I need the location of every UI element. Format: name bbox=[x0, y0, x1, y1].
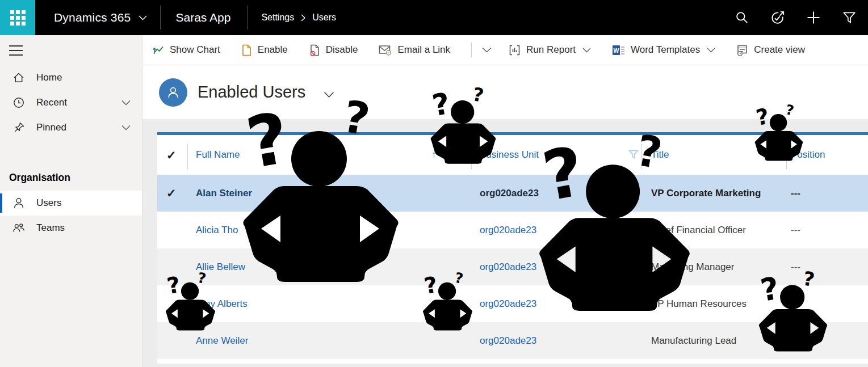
waffle-icon bbox=[10, 10, 26, 26]
view-header: Enabled Users bbox=[142, 65, 868, 119]
chevron-down-icon bbox=[139, 15, 147, 20]
cell-position: --- bbox=[786, 285, 868, 322]
chevron-down-icon[interactable] bbox=[121, 125, 131, 130]
people-icon bbox=[12, 222, 25, 234]
sort-ascending-icon: ↑ bbox=[431, 149, 437, 161]
disable-button[interactable]: Disable bbox=[309, 44, 358, 56]
select-all-checkbox[interactable]: ✓ bbox=[157, 135, 187, 175]
chevron-down-icon bbox=[482, 47, 492, 53]
chevron-down-icon[interactable] bbox=[121, 100, 131, 106]
sidebar-item-recent[interactable]: Recent bbox=[0, 90, 142, 115]
sidebar-item-users[interactable]: Users bbox=[0, 191, 142, 216]
topbar-divider bbox=[160, 6, 161, 29]
command-bar-divider bbox=[471, 43, 472, 57]
cell-full-name[interactable]: Alan Steiner bbox=[187, 175, 471, 212]
svg-text:W: W bbox=[614, 47, 619, 53]
sidebar-item-teams[interactable]: Teams bbox=[0, 216, 142, 241]
quick-launch-icon[interactable] bbox=[770, 10, 785, 26]
button-label: Email a Link bbox=[397, 44, 450, 56]
word-templates-button[interactable]: W Word Templates bbox=[612, 44, 715, 56]
check-icon: ✓ bbox=[166, 149, 177, 161]
cell-business-unit[interactable]: org020ade23 bbox=[471, 248, 641, 285]
sidebar-item-label: Users bbox=[36, 197, 61, 209]
cell-title: Manufacturing Lead bbox=[641, 322, 786, 359]
table-row[interactable]: Allie Bellew org020ade23 Marketing Manag… bbox=[157, 248, 868, 285]
row-checkbox[interactable]: ✓ bbox=[157, 175, 187, 212]
site-map-sidebar: Home Recent Pinned Organisation Users Te… bbox=[0, 35, 142, 367]
create-view-icon bbox=[736, 44, 748, 56]
report-icon bbox=[509, 44, 521, 56]
cell-title: VP Corporate Marketing bbox=[641, 175, 786, 212]
table-row[interactable]: Amy Alberts org020ade23 VP Human Resourc… bbox=[157, 285, 868, 322]
button-label: Word Templates bbox=[631, 44, 700, 56]
enable-button[interactable]: Enable bbox=[241, 44, 288, 56]
cell-title: VP Human Resources bbox=[641, 285, 786, 322]
table-row[interactable]: Alicia Tho org020ade23 Chief Financial O… bbox=[157, 212, 868, 248]
sidebar-item-pinned[interactable]: Pinned bbox=[0, 115, 142, 140]
sidebar-item-label: Pinned bbox=[36, 122, 66, 133]
column-filter-icon[interactable] bbox=[628, 150, 639, 159]
command-bar: Show Chart Enable Disable Email a Link R… bbox=[142, 35, 868, 65]
person-icon bbox=[166, 85, 181, 100]
disable-document-icon bbox=[309, 44, 320, 56]
plus-icon[interactable] bbox=[806, 10, 821, 26]
topbar-actions bbox=[735, 10, 868, 26]
table-row[interactable]: ✓ Alan Steiner org020ade23 VP Corporate … bbox=[157, 175, 868, 212]
email-a-link-button[interactable]: Email a Link bbox=[379, 44, 450, 56]
cell-business-unit[interactable]: org020ade23 bbox=[471, 212, 641, 248]
run-report-button[interactable]: Run Report bbox=[509, 44, 591, 56]
column-header-position[interactable]: Position bbox=[786, 135, 868, 175]
column-header-full-name[interactable]: Full Name bbox=[187, 135, 471, 175]
chevron-down-icon[interactable] bbox=[324, 91, 334, 98]
word-icon: W bbox=[612, 44, 625, 56]
grid-header-row: ✓ Full Name Business Unit Title Position… bbox=[157, 135, 868, 175]
row-checkbox[interactable] bbox=[157, 212, 187, 248]
create-view-button[interactable]: Create view bbox=[736, 44, 805, 56]
hamburger-menu-button[interactable] bbox=[9, 45, 23, 56]
cell-business-unit[interactable]: org020ade23 bbox=[471, 175, 641, 212]
view-selector-title[interactable]: Enabled Users bbox=[198, 83, 305, 102]
app-launcher-button[interactable] bbox=[0, 0, 35, 35]
cell-position: --- bbox=[786, 175, 868, 212]
column-header-business-unit[interactable]: Business Unit bbox=[471, 135, 641, 175]
cell-full-name[interactable]: Anne Weiler bbox=[187, 322, 471, 359]
cell-position: --- bbox=[786, 322, 868, 359]
button-label: Disable bbox=[326, 44, 358, 56]
chart-icon bbox=[152, 44, 164, 56]
cell-business-unit[interactable]: org020ade23 bbox=[471, 285, 641, 322]
cell-full-name[interactable]: Amy Alberts bbox=[187, 285, 471, 322]
check-icon: ✓ bbox=[166, 187, 177, 199]
person-icon bbox=[12, 197, 25, 209]
cell-business-unit[interactable]: org020ade23 bbox=[471, 322, 641, 359]
filter-icon[interactable] bbox=[842, 10, 857, 25]
chevron-right-icon bbox=[301, 14, 305, 22]
button-label: Create view bbox=[754, 44, 805, 56]
cell-position: --- bbox=[786, 248, 868, 285]
overflow-chevron-button[interactable] bbox=[482, 47, 492, 53]
users-grid: ✓ Full Name Business Unit Title Position… bbox=[157, 132, 868, 364]
cell-full-name[interactable]: Alicia Tho bbox=[187, 212, 471, 248]
app-name[interactable]: Saras App bbox=[175, 11, 230, 24]
row-checkbox[interactable] bbox=[157, 248, 187, 285]
search-icon[interactable] bbox=[735, 10, 749, 25]
breadcrumb-settings[interactable]: Settings bbox=[261, 12, 294, 23]
table-row[interactable]: Anne Weiler org020ade23 Manufacturing Le… bbox=[157, 322, 868, 359]
cell-position: --- bbox=[786, 212, 868, 248]
home-icon bbox=[12, 71, 25, 84]
sidebar-item-home[interactable]: Home bbox=[0, 65, 142, 90]
row-checkbox[interactable] bbox=[157, 322, 187, 359]
main-content: Enabled Users ✓ Full Name Business Unit … bbox=[142, 65, 868, 367]
cell-full-name[interactable]: Allie Bellew bbox=[187, 248, 471, 285]
brand-menu[interactable]: Dynamics 365 bbox=[54, 11, 147, 24]
topbar-divider bbox=[247, 6, 248, 29]
breadcrumb-users[interactable]: Users bbox=[312, 12, 336, 23]
column-header-title[interactable]: Title bbox=[641, 135, 786, 175]
clock-icon bbox=[12, 96, 25, 109]
sidebar-item-label: Teams bbox=[36, 222, 65, 234]
button-label: Show Chart bbox=[170, 44, 220, 56]
chevron-down-icon bbox=[707, 48, 715, 53]
view-avatar bbox=[159, 78, 187, 107]
show-chart-button[interactable]: Show Chart bbox=[152, 44, 220, 56]
cell-title: Chief Financial Officer bbox=[641, 212, 786, 248]
row-checkbox[interactable] bbox=[157, 285, 187, 322]
